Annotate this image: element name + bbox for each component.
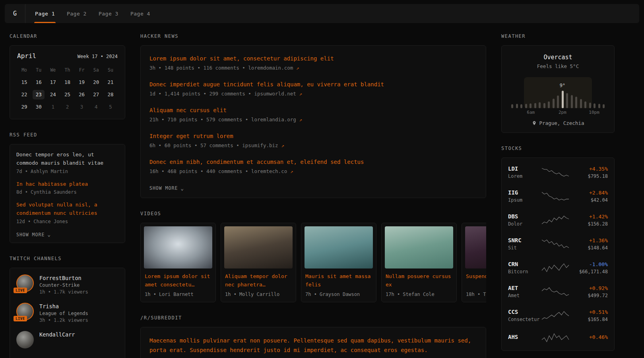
stock-change: +1.36%: [570, 237, 608, 243]
stock-row[interactable]: AETAmet +0.92%$499.72: [508, 280, 608, 304]
video-thumbnail[interactable]: [305, 226, 373, 268]
stocks-widget: STOCKS LDILorem +4.35%$795.18 IIGIpsum +…: [501, 146, 615, 351]
rss-meta: 7d • Ashlyn Martin: [16, 169, 118, 174]
video-card: Mauris sit amet massa felis 7h • Grayson…: [301, 223, 376, 302]
weather-bar: [594, 103, 596, 108]
external-link-icon[interactable]: ↗: [296, 65, 299, 71]
channel-name-link[interactable]: ForrestBurton: [39, 275, 88, 281]
external-link-icon[interactable]: ↗: [299, 117, 302, 123]
channel-avatar[interactable]: LIVE: [16, 274, 34, 292]
reddit-post-link[interactable]: Maecenas mollis pulvinar erat non posuer…: [149, 336, 477, 355]
tab-page-3[interactable]: Page 3: [98, 4, 119, 23]
calendar-day: 30: [31, 102, 46, 112]
video-title-link[interactable]: Suspendisse diam: [466, 272, 486, 289]
location-pin-icon: [532, 121, 537, 126]
channel-avatar[interactable]: LIVE: [16, 303, 34, 320]
weather-bar: [580, 99, 582, 108]
stock-row[interactable]: IIGIpsum +2.84%$42.04: [508, 184, 608, 208]
calendar-day: 25: [60, 90, 74, 99]
calendar-day: 20: [89, 78, 103, 87]
stock-change: +0.51%: [570, 309, 608, 315]
stock-ticker: SNRC: [508, 237, 541, 243]
subreddit-widget: /R/SUBREDDIT Maecenas mollis pulvinar er…: [140, 315, 486, 358]
video-title-link[interactable]: Lorem ipsum dolor sit amet consectetu…: [145, 272, 211, 289]
stock-row[interactable]: CCSConsectetur +0.51%$165.84: [508, 304, 608, 327]
weather-time-axis: 6am2pm10pm: [510, 110, 605, 115]
weather-card: Overcast Feels like 5°C 9° 6am2pm10pm Pr…: [501, 45, 615, 133]
stock-sparkline: [541, 310, 570, 321]
video-thumbnail[interactable]: [144, 226, 212, 268]
subreddit-card: Maecenas mollis pulvinar erat non posuer…: [140, 327, 486, 358]
hn-story-link[interactable]: Donec enim nibh, condimentum et accumsan…: [149, 158, 477, 166]
weather-bar: [534, 103, 536, 108]
stock-change: +0.92%: [570, 285, 608, 291]
video-title-link[interactable]: Mauris sit amet massa felis: [305, 272, 372, 289]
stock-name: Dolor: [508, 221, 541, 227]
hn-story-meta: 16h • 468 points • 440 comments • loremt…: [149, 168, 477, 174]
tab-page-2[interactable]: Page 2: [66, 4, 87, 23]
stock-row[interactable]: CRNBitcorn -1.00%$66,171.48: [508, 256, 608, 280]
video-title-link[interactable]: Aliquam tempor dolor nec pharetra…: [225, 272, 292, 289]
weather-bar: [584, 101, 586, 108]
calendar-day: 4: [89, 102, 103, 112]
stock-price: $795.18: [570, 173, 608, 179]
calendar-day: 29: [17, 102, 31, 112]
video-thumbnail[interactable]: [224, 226, 293, 268]
stock-ticker: LDI: [508, 165, 541, 172]
weather-location[interactable]: Prague, Czechia: [508, 120, 608, 126]
calendar-day: 15: [17, 78, 31, 87]
calendar-month: April: [17, 52, 36, 60]
hn-story-link[interactable]: Lorem ipsum dolor sit amet, consectetur …: [149, 54, 477, 63]
rss-show-more-button[interactable]: SHOW MORE ⌄: [16, 232, 51, 237]
rss-link[interactable]: Sed volutpat nulla nisl, a condimentum n…: [16, 201, 118, 218]
hn-story-meta: 1d • 1,414 points • 299 comments • ipsum…: [149, 91, 477, 97]
hn-story-link[interactable]: Aliquam nec cursus elit: [149, 106, 477, 115]
stock-price: $165.84: [570, 317, 608, 322]
stock-change: -1.00%: [570, 261, 608, 267]
external-link-icon[interactable]: ↗: [299, 91, 302, 97]
chevron-down-icon: ⌄: [180, 186, 184, 191]
video-card: Lorem ipsum dolor sit amet consectetu… 1…: [140, 223, 216, 302]
channel-avatar[interactable]: [16, 331, 34, 348]
external-link-icon[interactable]: ↗: [290, 168, 293, 174]
rss-link[interactable]: In hac habitasse platea: [16, 180, 118, 189]
video-thumbnail[interactable]: [385, 226, 453, 268]
stock-row[interactable]: DBSDolor +1.42%$156.28: [508, 208, 608, 232]
calendar-card: April Week 17 • 2024 MoTuWeThFrSaSu15161…: [10, 45, 125, 119]
external-link-icon[interactable]: ↗: [281, 142, 284, 148]
tab-page-4[interactable]: Page 4: [130, 4, 151, 23]
channel-name-link[interactable]: KendallCarr: [39, 331, 75, 338]
rss-link[interactable]: Donec tempor eros leo, ut commodo mauris…: [16, 151, 118, 167]
video-thumbnail[interactable]: [465, 226, 486, 268]
weather-bar: [543, 103, 545, 108]
calendar-widget: CALENDAR April Week 17 • 2024 MoTuWeThFr…: [10, 33, 125, 119]
hn-show-more-button[interactable]: SHOW MORE ⌄: [149, 185, 184, 191]
channel-name-link[interactable]: Trisha: [39, 303, 88, 309]
hn-story-link[interactable]: Integer eget rutrum lorem: [149, 132, 477, 140]
avatar: [16, 331, 34, 348]
reddit-post: Maecenas mollis pulvinar erat non posuer…: [149, 336, 477, 358]
hn-story-link[interactable]: Donec imperdiet augue tincidunt felis al…: [149, 80, 477, 89]
videos-widget: VIDEOS Lorem ipsum dolor sit amet consec…: [140, 211, 486, 302]
video-title-link[interactable]: Nullam posuere cursus ex: [386, 272, 452, 289]
stock-sparkline: [541, 239, 570, 249]
calendar-weekday: Fr: [75, 65, 89, 75]
rss-meta: 8d • Cynthia Saunders: [16, 189, 118, 195]
weather-bar: [548, 101, 550, 108]
channel-game: League of Legends: [39, 311, 88, 316]
tab-page-1[interactable]: Page 1: [34, 4, 56, 23]
page-tabs: Page 1 Page 2 Page 3 Page 4: [25, 4, 160, 23]
top-nav: G Page 1 Page 2 Page 3 Page 4: [5, 4, 639, 23]
calendar-day: 1: [46, 102, 60, 112]
hn-story-meta: 6h • 60 points • 57 comments • ipsumify.…: [149, 142, 477, 148]
stock-ticker: CCS: [508, 309, 541, 315]
stock-row[interactable]: SNRCSit +1.36%$148.64: [508, 232, 608, 256]
calendar-day-today: 23: [33, 90, 45, 99]
stock-price: $156.28: [570, 221, 608, 227]
videos-row: Lorem ipsum dolor sit amet consectetu… 1…: [140, 223, 486, 302]
calendar-day: 27: [89, 90, 103, 99]
stock-row[interactable]: LDILorem +4.35%$795.18: [508, 160, 608, 184]
app-logo[interactable]: G: [5, 4, 25, 23]
stock-row[interactable]: AHS +0.46%: [508, 327, 608, 348]
video-meta: 18h • Tara: [466, 292, 486, 297]
